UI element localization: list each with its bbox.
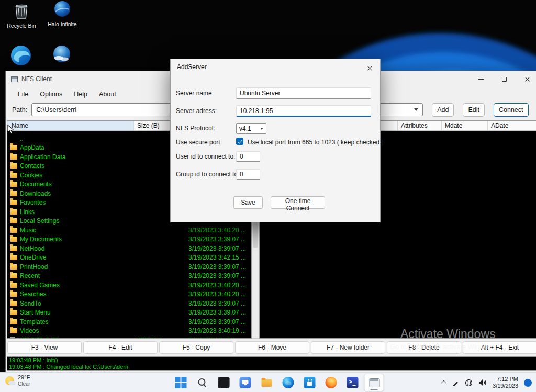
chevron-up-icon[interactable] <box>441 380 446 386</box>
file-name: NTUSER.DAT <box>18 337 58 338</box>
one-time-connect-button[interactable]: One time Connect <box>271 196 325 209</box>
taskbar-center <box>171 374 384 391</box>
file-size: 1673864 <box>136 337 161 338</box>
folder-icon <box>10 328 17 333</box>
folder-icon <box>10 301 17 306</box>
search-taskbar-button[interactable] <box>193 374 213 391</box>
function-key-button[interactable]: F7 - New folder <box>311 341 385 354</box>
add-button[interactable]: Add <box>432 103 454 117</box>
column-header-attributes[interactable]: Attributes <box>398 121 442 130</box>
file-name: Videos <box>20 327 39 334</box>
protocol-dropdown[interactable]: v4.1 <box>236 123 266 134</box>
server-address-input[interactable] <box>236 105 371 117</box>
nfs-client-taskbar-button[interactable] <box>364 374 384 391</box>
taskbar-clock[interactable]: 7:12 PM 3/19/2023 <box>493 376 518 389</box>
file-date: 3/19/2023 3:39:07 ... <box>188 318 246 326</box>
folder-icon <box>10 292 17 297</box>
close-button[interactable] <box>516 71 536 87</box>
function-key-button[interactable]: F8 - Delete <box>387 341 461 354</box>
folder-icon <box>10 209 17 215</box>
folder-icon <box>10 310 17 315</box>
recycle-bin-shortcut[interactable]: Recycle Bin <box>3 2 40 29</box>
pen-icon[interactable] <box>452 379 459 386</box>
function-key-button[interactable]: F4 - Edit <box>83 341 158 354</box>
file-date: 3/19/2023 3:39:07 ... <box>188 309 246 316</box>
file-date: 3/19/2023 3:40:19 ... <box>188 327 246 334</box>
file-row[interactable]: Saved Games3/19/2023 3:40:20 ... <box>7 281 251 290</box>
edge-taskbar-button[interactable] <box>278 374 298 391</box>
nfs-client-icon <box>368 377 380 388</box>
save-button[interactable]: Save <box>233 196 263 209</box>
clock-date: 3/19/2023 <box>493 383 518 389</box>
dialog-close-button[interactable] <box>363 62 376 74</box>
system-tray: 7:12 PM 3/19/2023 <box>442 373 532 392</box>
file-row[interactable]: NetHood3/19/2023 3:39:07 ... <box>7 244 251 253</box>
user-id-input[interactable] <box>236 151 260 162</box>
store-icon <box>304 377 316 388</box>
file-row[interactable]: Recent3/19/2023 3:39:07 ... <box>7 272 251 281</box>
globe-app-shortcut[interactable] <box>47 44 76 67</box>
start-icon <box>175 377 187 388</box>
folder-icon <box>10 173 17 178</box>
file-row[interactable]: Videos3/19/2023 3:40:19 ... <box>7 327 251 336</box>
chat-taskbar-button[interactable] <box>236 374 255 391</box>
server-name-input[interactable] <box>236 87 371 99</box>
folder-icon <box>10 255 17 260</box>
explorer-taskbar-button[interactable] <box>257 374 277 391</box>
group-id-input[interactable] <box>236 169 260 180</box>
log-line: 19:03:48 PM : Changed local to: C:\Users… <box>9 364 535 371</box>
connect-button[interactable]: Connect <box>494 103 529 117</box>
file-row[interactable]: Templates3/19/2023 3:39:07 ... <box>7 317 251 327</box>
maximize-icon <box>502 77 507 82</box>
file-row[interactable]: My Documents3/19/2023 3:39:07 ... <box>7 235 251 244</box>
secure-port-checkbox[interactable] <box>236 138 243 145</box>
menu-about[interactable]: About <box>93 89 122 99</box>
menu-options[interactable]: Options <box>34 89 68 99</box>
start-taskbar-button[interactable] <box>171 374 191 391</box>
column-header-mdate[interactable]: Mdate <box>442 121 488 130</box>
firefox-icon <box>326 377 337 388</box>
globe-cloud-icon <box>51 44 72 65</box>
window-title: NFS Client <box>21 75 52 83</box>
no-icon <box>10 136 17 141</box>
function-key-button[interactable]: F5 - Copy <box>159 341 233 354</box>
file-row[interactable]: SendTo3/19/2023 3:39:07 ... <box>7 299 251 308</box>
file-row[interactable]: NTUSER.DAT16738643/19/2023 3:40:1... <box>7 335 251 338</box>
desktop: Recycle Bin Halo Infinite <box>0 0 536 392</box>
function-key-button[interactable]: F3 - View <box>7 341 82 354</box>
firefox-taskbar-button[interactable] <box>321 374 341 391</box>
halo-infinite-shortcut[interactable]: Halo Infinite <box>44 0 81 27</box>
folder-icon <box>10 273 17 278</box>
edge-desktop-shortcut[interactable] <box>5 44 37 69</box>
minimize-button[interactable] <box>470 71 493 87</box>
function-key-button[interactable]: F6 - Move <box>235 341 309 354</box>
folder-icon <box>10 283 17 288</box>
function-key-button[interactable]: Alt + F4 - Exit <box>463 341 536 354</box>
volume-icon[interactable] <box>478 379 487 386</box>
folder-icon <box>10 264 17 270</box>
powershell-taskbar-button[interactable] <box>343 374 363 391</box>
file-row[interactable]: PrintHood3/19/2023 3:39:07 ... <box>7 262 251 272</box>
notification-badge[interactable] <box>524 379 532 387</box>
maximize-button[interactable] <box>493 71 516 87</box>
edit-button[interactable]: Edit <box>463 103 485 117</box>
column-header-name[interactable]: Name <box>7 121 134 130</box>
file-date: 3/19/2023 3:39:07 ... <box>188 245 246 252</box>
close-icon <box>367 65 373 71</box>
file-row[interactable]: Start Menu3/19/2023 3:39:07 ... <box>7 308 251 318</box>
chat-icon <box>240 377 251 388</box>
file-date: 3/19/2023 3:40:20 ... <box>188 290 246 298</box>
file-row[interactable]: OneDrive3/19/2023 3:42:15 ... <box>7 253 251 263</box>
file-row[interactable]: Music3/19/2023 3:40:20 ... <box>7 226 251 235</box>
log-line: 19:03:48 PM : Init() <box>9 357 535 364</box>
taskbar-weather-widget[interactable]: 29°F Clear <box>5 374 30 387</box>
column-header-adate[interactable]: ADate <box>488 121 536 130</box>
menu-help[interactable]: Help <box>68 89 93 99</box>
file-row[interactable]: Searches3/19/2023 3:40:20 ... <box>7 290 251 299</box>
menu-file[interactable]: File <box>12 89 34 99</box>
dark-app-taskbar-button[interactable] <box>214 374 234 391</box>
log-area: 19:03:48 PM : Init()19:03:48 PM : Change… <box>7 356 536 371</box>
network-globe-icon[interactable] <box>465 379 473 387</box>
file-name: Recent <box>20 272 40 279</box>
store-taskbar-button[interactable] <box>300 374 320 391</box>
